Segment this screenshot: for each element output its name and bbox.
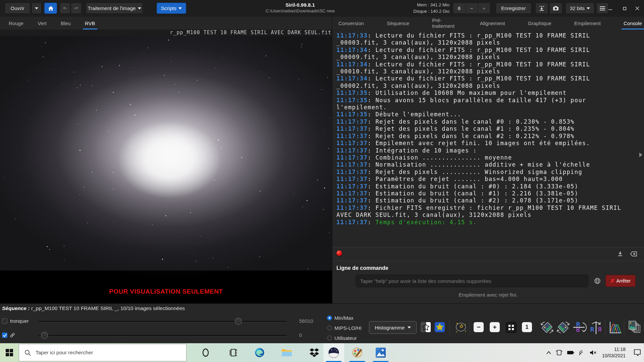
image-processing-label: Traitement de l'image xyxy=(88,5,136,11)
task-view-button[interactable] xyxy=(229,348,239,357)
truncate-label: tronquer xyxy=(10,318,29,324)
display-mode-min-max[interactable]: Min/Max xyxy=(327,315,354,321)
scripts-button[interactable]: Scripts xyxy=(157,3,186,14)
color-star-icon xyxy=(434,322,445,333)
taskbar-item-paint[interactable] xyxy=(347,343,368,362)
export-log-button[interactable] xyxy=(615,249,625,258)
fit-window-icon xyxy=(508,325,514,330)
online-help-button[interactable] xyxy=(592,276,603,286)
action-center-icon[interactable] xyxy=(633,349,641,356)
log-entry: 11:17:37: Empilement avec rejet fini. 10… xyxy=(336,140,635,147)
zoom-fit-button[interactable] xyxy=(506,322,517,333)
cortana-button[interactable] xyxy=(201,348,211,357)
false-color-toggle[interactable] xyxy=(434,321,445,333)
minimize-button[interactable] xyxy=(604,0,617,17)
tab-vert[interactable]: Vert xyxy=(36,17,49,29)
loaded-image-filename: r_pp_M100 TEST 10 FRAME SIRIL AVEC DARK … xyxy=(0,29,331,36)
undo-button[interactable] xyxy=(60,3,70,14)
stop-button[interactable]: ✗ Arrêter xyxy=(605,275,636,287)
restore-button[interactable] xyxy=(618,0,631,17)
save-as-button[interactable] xyxy=(535,3,548,14)
zoom-in-button[interactable]: + xyxy=(490,322,500,332)
sequence-list-button[interactable] xyxy=(627,320,642,335)
histogram-curves-icon xyxy=(608,320,623,335)
log-entry: 11:17:37: Estimation du bruit (canal : #… xyxy=(336,190,635,197)
open-button[interactable]: Ouvrir xyxy=(5,3,30,14)
radio-icon[interactable] xyxy=(327,325,332,330)
tab-s-quence[interactable]: Séquence xyxy=(385,17,412,29)
image-processing-button[interactable]: Traitement de l'image xyxy=(86,3,143,14)
tab-alignement[interactable]: Alignement xyxy=(478,17,507,29)
tab-rouge[interactable]: Rouge xyxy=(7,17,25,29)
redo-button[interactable] xyxy=(71,3,82,14)
zoom-100-button[interactable]: 1 xyxy=(522,322,532,332)
tab-graphique[interactable]: Graphique xyxy=(526,17,553,29)
low-threshold-slider[interactable] xyxy=(39,335,287,336)
clock-date: 10/03/2021 xyxy=(602,353,626,359)
taskbar-item-siril[interactable] xyxy=(323,343,344,362)
rotate-right-icon xyxy=(556,320,571,335)
snapshot-button[interactable] xyxy=(549,3,562,14)
network-icon[interactable] xyxy=(579,350,585,356)
high-slider-handle[interactable] xyxy=(235,318,242,325)
high-threshold-slider[interactable] xyxy=(39,321,287,322)
bit-depth-button[interactable]: 32 bits xyxy=(566,3,594,14)
volume-muted-icon[interactable] xyxy=(590,350,596,355)
windows-logo-icon xyxy=(6,349,13,356)
threads-plus-button[interactable]: + xyxy=(478,3,490,13)
stop-label: Arrêter xyxy=(616,278,631,284)
flip-vertical-button[interactable]: R R xyxy=(572,320,588,335)
taskbar-item-edge[interactable] xyxy=(254,348,265,358)
console-log[interactable]: 11:17:33: Lecture du fichier FITS : r_pp… xyxy=(332,29,644,247)
tray-expand-icon[interactable] xyxy=(546,351,551,355)
siril-app-icon xyxy=(328,347,339,358)
close-button[interactable] xyxy=(631,0,644,17)
log-entry: 11:17:37: Temps d'exécution: 4.15 s. xyxy=(336,219,635,226)
save-button[interactable]: Enregistrer xyxy=(496,3,531,14)
start-button[interactable] xyxy=(5,348,14,357)
open-dropdown-button[interactable] xyxy=(32,3,42,14)
display-mode-utilisateur[interactable]: Utilisateur xyxy=(327,335,357,341)
status-message: Empilement avec rejet fini. xyxy=(332,292,644,298)
command-input[interactable] xyxy=(356,275,588,287)
threads-minus-button[interactable]: − xyxy=(465,3,478,13)
battery-icon[interactable] xyxy=(567,350,574,355)
restore-icon xyxy=(623,7,627,10)
chevron-down-icon xyxy=(138,7,141,9)
tab-conversion[interactable]: Conversion xyxy=(336,17,366,29)
tab-bleu[interactable]: Bleu xyxy=(59,17,73,29)
radio-icon[interactable] xyxy=(327,315,332,320)
zoom-out-button[interactable]: − xyxy=(474,322,484,332)
device-icon[interactable] xyxy=(556,350,562,356)
edge-icon xyxy=(255,348,265,358)
clear-log-button[interactable] xyxy=(629,249,639,258)
annotate-button[interactable] xyxy=(453,320,468,335)
taskbar-item-dropbox[interactable] xyxy=(309,348,320,358)
log-entry: 11:17:37: Combinaison ............... mo… xyxy=(336,154,635,161)
rotate-left-button[interactable] xyxy=(539,320,555,335)
taskbar-item-photos[interactable] xyxy=(370,343,391,362)
home-button[interactable] xyxy=(44,3,57,14)
tab-console[interactable]: Console xyxy=(622,17,644,29)
negative-view-toggle[interactable] xyxy=(420,321,431,333)
taskbar-clock[interactable]: 11:18 10/03/2021 xyxy=(602,346,626,359)
histogram-mode-button[interactable]: Histogramme xyxy=(369,321,417,334)
image-display[interactable]: POUR VISUALISATION SEULEMENT xyxy=(0,36,332,303)
threads-spinner[interactable]: 8 − + xyxy=(453,3,490,14)
tab-pr-traitement[interactable]: Pré-traitement xyxy=(430,17,459,29)
truncate-checkbox[interactable] xyxy=(2,318,7,324)
log-entry: 11:17:34: Lecture du fichier FITS : r_pp… xyxy=(336,75,635,89)
display-mode-mips-lo-hi[interactable]: MIPS-LO/HI xyxy=(327,325,362,331)
radio-icon[interactable] xyxy=(327,336,332,341)
redo-icon xyxy=(73,6,79,11)
link-checkbox[interactable] xyxy=(2,333,7,338)
tab-rvb[interactable]: RVB xyxy=(83,17,97,29)
taskbar-item-explorer[interactable] xyxy=(281,348,292,358)
flip-horizontal-button[interactable]: R Я xyxy=(588,320,604,335)
rotate-right-button[interactable] xyxy=(555,320,571,335)
taskbar-search[interactable]: Taper ici pour rechercher xyxy=(19,344,186,361)
tab-empilement[interactable]: Empilement xyxy=(572,17,603,29)
low-slider-handle[interactable] xyxy=(41,332,48,339)
histogram-transform-button[interactable] xyxy=(608,320,623,335)
panel-expander[interactable] xyxy=(639,153,642,157)
